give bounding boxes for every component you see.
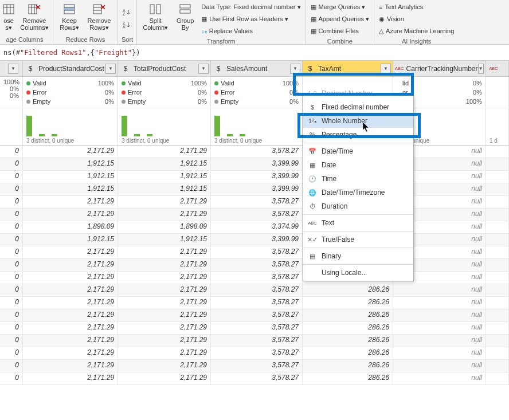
table-cell[interactable]: 3,578.27	[211, 309, 303, 321]
table-cell[interactable]: 1,912.15	[118, 171, 211, 183]
table-cell[interactable]: 0	[0, 146, 23, 158]
table-cell[interactable]: 0	[0, 372, 23, 384]
table-cell[interactable]: 1,912.15	[118, 234, 211, 246]
table-cell[interactable]: 3,399.99	[211, 158, 303, 170]
column-header-salesamount[interactable]: $ SalesAmount ▼	[211, 61, 303, 76]
menu-item-datetime[interactable]: 📅Date/Time	[303, 144, 413, 158]
menu-item-datetimezone[interactable]: 🌐Date/Time/Timezone	[303, 186, 413, 199]
dropdown-button[interactable]: ▼	[105, 64, 116, 74]
column-header-carriertrackingnumber[interactable]: ABC CarrierTrackingNumber ▼	[393, 61, 486, 76]
dropdown-button[interactable]: ▼	[290, 64, 300, 74]
azure-ml-button[interactable]: △ Azure Machine Learning	[378, 25, 455, 37]
table-cell[interactable]: 1,912.15	[118, 158, 211, 170]
table-cell[interactable]: 2,171.29	[23, 322, 118, 334]
merge-queries-button[interactable]: ▦ Merge Queries ▾	[310, 1, 371, 13]
keep-rows-button[interactable]: KeepRows▾	[57, 1, 82, 31]
dropdown-button[interactable]: ▼	[478, 64, 484, 74]
table-cell[interactable]: 2,171.29	[118, 372, 211, 384]
menu-item-using-locale[interactable]: Using Locale...	[303, 266, 413, 280]
table-cell[interactable]: 2,171.29	[23, 360, 118, 372]
menu-item-truefalse[interactable]: ⨯✓True/False	[303, 233, 413, 246]
choose-columns-button[interactable]: oses▾	[0, 1, 17, 31]
table-cell[interactable]: 0	[0, 158, 23, 170]
table-cell[interactable]: 2,171.29	[118, 246, 211, 258]
table-cell[interactable]: 2,171.29	[118, 284, 211, 296]
table-cell[interactable]: null	[393, 372, 486, 384]
type-icon-currency[interactable]: $	[304, 63, 316, 74]
table-cell[interactable]: 0	[0, 347, 23, 359]
type-icon-currency[interactable]: $	[120, 63, 131, 74]
table-cell[interactable]: 0	[0, 259, 23, 271]
table-row[interactable]: 02,171.292,171.293,578.27286.26null	[0, 360, 509, 372]
formula-bar[interactable]: ns(#"Filtered Rows1",{"Freight"})	[0, 45, 509, 61]
table-cell[interactable]: 3,374.99	[211, 221, 303, 233]
table-row[interactable]: 01,912.151,912.153,399.99null	[0, 171, 509, 183]
table-cell[interactable]: 3,578.27	[211, 322, 303, 334]
table-row[interactable]: 02,171.292,171.293,578.27null	[0, 209, 509, 221]
table-cell[interactable]: 286.26	[303, 335, 393, 347]
table-row[interactable]: 01,912.151,912.153,399.99null	[0, 158, 509, 171]
remove-columns-button[interactable]: RemoveColumns▾	[19, 1, 49, 31]
dropdown-button[interactable]: ▼	[8, 64, 18, 74]
menu-item-percentage[interactable]: %Percentage	[303, 128, 413, 142]
column-header-next[interactable]: ABC	[486, 61, 509, 76]
table-cell[interactable]: 0	[0, 360, 23, 372]
table-cell[interactable]: 286.26	[303, 360, 393, 372]
table-cell[interactable]: 286.26	[303, 309, 393, 321]
table-cell[interactable]: 1,912.15	[23, 234, 118, 246]
table-cell[interactable]: 0	[0, 221, 23, 233]
type-icon-text[interactable]: ABC	[395, 63, 404, 74]
column-header-productstandardcost[interactable]: $ ProductStandardCost ▼	[23, 61, 118, 76]
table-cell[interactable]: 2,171.29	[23, 309, 118, 321]
type-icon-currency[interactable]: $	[25, 63, 36, 74]
group-by-button[interactable]: GroupBy	[173, 1, 198, 31]
table-cell[interactable]: 0	[0, 322, 23, 334]
table-cell[interactable]: 1,912.15	[118, 183, 211, 195]
table-cell[interactable]: 286.26	[303, 322, 393, 334]
table-row[interactable]: 02,171.292,171.293,578.27286.26null	[0, 322, 509, 335]
table-row[interactable]: 02,171.292,171.293,578.27286.26null	[0, 284, 509, 297]
table-cell[interactable]: 2,171.29	[118, 259, 211, 271]
table-cell[interactable]: 3,578.27	[211, 335, 303, 347]
table-row[interactable]: 02,171.292,171.293,578.27286.26null	[0, 272, 509, 284]
table-cell[interactable]: 3,399.99	[211, 234, 303, 246]
table-cell[interactable]: 2,171.29	[118, 335, 211, 347]
table-cell[interactable]: 2,171.29	[23, 196, 118, 208]
table-cell[interactable]: 0	[0, 246, 23, 258]
table-cell[interactable]: 2,171.29	[118, 360, 211, 372]
table-cell[interactable]: 3,578.27	[211, 372, 303, 384]
table-cell[interactable]: 2,171.29	[118, 196, 211, 208]
type-icon-text[interactable]: ABC	[488, 63, 499, 74]
table-row[interactable]: 01,912.151,912.153,399.99null	[0, 183, 509, 196]
table-cell[interactable]: null	[393, 322, 486, 334]
table-cell[interactable]: 2,171.29	[23, 284, 118, 296]
table-cell[interactable]: 286.26	[303, 347, 393, 359]
table-cell[interactable]: 2,171.29	[23, 272, 118, 284]
table-cell[interactable]: 0	[0, 196, 23, 208]
table-cell[interactable]: 2,171.29	[23, 335, 118, 347]
table-cell[interactable]: 0	[0, 309, 23, 321]
table-row[interactable]: 02,171.292,171.293,578.27286.26null	[0, 259, 509, 272]
column-header-index[interactable]: ▼	[0, 61, 23, 76]
table-cell[interactable]: null	[393, 284, 486, 296]
menu-item-decimal-number[interactable]: 1.2Decimal Number	[303, 87, 413, 100]
table-cell[interactable]: 2,171.29	[118, 209, 211, 221]
table-row[interactable]: 02,171.292,171.293,578.27286.26null	[0, 297, 509, 309]
table-cell[interactable]: 0	[0, 183, 23, 195]
column-header-taxamt[interactable]: $ TaxAmt ▼	[303, 61, 393, 76]
table-cell[interactable]: 1,912.15	[23, 158, 118, 170]
table-cell[interactable]: 0	[0, 171, 23, 183]
menu-item-fixed-decimal[interactable]: $Fixed decimal number	[303, 100, 413, 114]
table-cell[interactable]: 2,171.29	[118, 309, 211, 321]
table-row[interactable]: 01,912.151,912.153,399.99null	[0, 234, 509, 246]
split-column-button[interactable]: SplitColumn▾	[140, 1, 170, 31]
menu-item-whole-number[interactable]: 1²₃Whole Number	[303, 114, 413, 128]
table-cell[interactable]: 3,578.27	[211, 272, 303, 284]
table-cell[interactable]: 3,578.27	[211, 284, 303, 296]
menu-item-date[interactable]: ▦Date	[303, 158, 413, 172]
combine-files-button[interactable]: ▦ Combine Files	[310, 25, 371, 37]
table-cell[interactable]: 1,898.09	[23, 221, 118, 233]
table-cell[interactable]: 2,171.29	[23, 297, 118, 309]
table-cell[interactable]: 2,171.29	[23, 347, 118, 359]
table-cell[interactable]: 3,399.99	[211, 171, 303, 183]
